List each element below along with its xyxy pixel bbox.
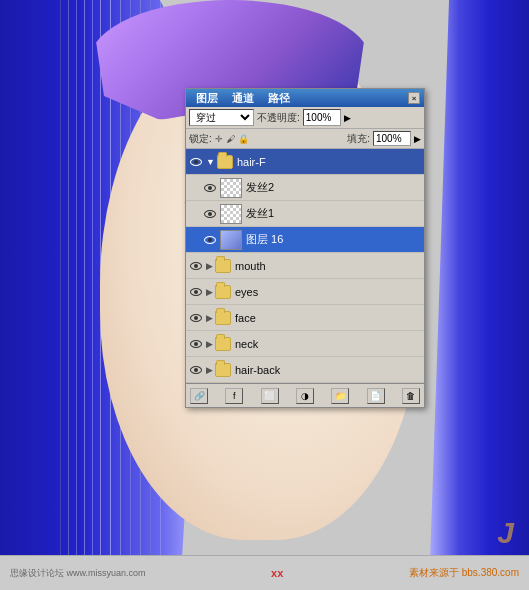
layer-mouth[interactable]: ▶ mouth — [186, 253, 424, 279]
logo-watermark: J — [497, 516, 514, 550]
blend-mode-select[interactable]: 穿过 正常 溶解 — [189, 109, 254, 126]
folder-icon-mouth — [215, 259, 231, 273]
adjustment-button[interactable]: ◑ — [296, 388, 314, 404]
tab-layers[interactable]: 图层 — [190, 91, 224, 106]
eye-icon-hair-f[interactable] — [188, 154, 204, 170]
fill-field[interactable]: 100% — [373, 131, 411, 146]
layer-face[interactable]: ▶ face — [186, 305, 424, 331]
eye-icon-hair-back[interactable] — [188, 362, 204, 378]
mask-button[interactable]: ⬜ — [261, 388, 279, 404]
lock-all-icon[interactable]: 🔒 — [238, 134, 249, 144]
layer-name-hair-f: hair-F — [237, 156, 422, 168]
layer-layer16[interactable]: 图层 16 — [186, 227, 424, 253]
opacity-arrow[interactable]: ▶ — [344, 113, 351, 123]
eye-icon-face[interactable] — [188, 310, 204, 326]
tab-channels[interactable]: 通道 — [226, 91, 260, 106]
panel-toolbar-1: 穿过 正常 溶解 不透明度: 100% ▶ — [186, 107, 424, 129]
hair-right — [429, 0, 529, 590]
fill-label: 填充: — [347, 132, 370, 146]
expand-arrow-eyes[interactable]: ▶ — [206, 287, 213, 297]
layer-name-mouth: mouth — [235, 260, 422, 272]
panel-tabs[interactable]: 图层 通道 路径 — [190, 91, 296, 106]
expand-arrow-hair-back[interactable]: ▶ — [206, 365, 213, 375]
panel-toolbar-2: 锁定: ✛ 🖌 🔒 填充: 100% ▶ — [186, 129, 424, 149]
layer-neck[interactable]: ▶ neck — [186, 331, 424, 357]
lock-paint-icon[interactable]: 🖌 — [226, 134, 235, 144]
thumb-fassi2 — [220, 178, 242, 198]
layer-name-hair-back: hair-back — [235, 364, 422, 376]
eye-icon-fassi1[interactable] — [202, 206, 218, 222]
layer-fassi2[interactable]: 发丝2 — [186, 175, 424, 201]
folder-button[interactable]: 📁 — [331, 388, 349, 404]
layer-name-eyes: eyes — [235, 286, 422, 298]
folder-icon-eyes — [215, 285, 231, 299]
layers-panel: 图层 通道 路径 × 穿过 正常 溶解 不透明度: 100% ▶ 锁定: ✛ 🖌… — [185, 88, 425, 408]
layer-name-fassi1: 发丝1 — [246, 206, 422, 221]
eye-icon-fassi2[interactable] — [202, 180, 218, 196]
watermark-right-text: 素材来源于 bbs.380.com — [409, 566, 519, 580]
layer-hair-back[interactable]: ▶ hair-back — [186, 357, 424, 383]
eye-icon-layer16[interactable] — [202, 232, 218, 248]
new-layer-button[interactable]: 📄 — [367, 388, 385, 404]
opacity-field[interactable]: 100% — [303, 109, 341, 126]
watermark-center-text: xx — [146, 567, 409, 579]
layer-name-layer16: 图层 16 — [246, 232, 422, 247]
expand-arrow-hair-f[interactable]: ▼ — [206, 157, 215, 167]
folder-icon-face — [215, 311, 231, 325]
panel-close-button[interactable]: × — [408, 92, 420, 104]
panel-titlebar: 图层 通道 路径 × — [186, 89, 424, 107]
lock-label: 锁定: — [189, 132, 212, 146]
thumb-layer16 — [220, 230, 242, 250]
watermark-bar: 思缘设计论坛 www.missyuan.com xx 素材来源于 bbs.380… — [0, 555, 529, 590]
layer-name-neck: neck — [235, 338, 422, 350]
expand-arrow-face[interactable]: ▶ — [206, 313, 213, 323]
delete-button[interactable]: 🗑 — [402, 388, 420, 404]
layer-eyes[interactable]: ▶ eyes — [186, 279, 424, 305]
watermark-left-text: 思缘设计论坛 www.missyuan.com — [10, 567, 146, 580]
lock-position-icon[interactable]: ✛ — [215, 134, 223, 144]
layer-hair-f[interactable]: ▼ hair-F — [186, 149, 424, 175]
link-button[interactable]: 🔗 — [190, 388, 208, 404]
layer-name-fassi2: 发丝2 — [246, 180, 422, 195]
opacity-label: 不透明度: — [257, 111, 300, 125]
panel-bottom-toolbar: 🔗 f ⬜ ◑ 📁 📄 🗑 — [186, 383, 424, 407]
add-style-button[interactable]: f — [225, 388, 243, 404]
tab-paths[interactable]: 路径 — [262, 91, 296, 106]
eye-icon-mouth[interactable] — [188, 258, 204, 274]
folder-icon-neck — [215, 337, 231, 351]
expand-arrow-neck[interactable]: ▶ — [206, 339, 213, 349]
eye-icon-eyes[interactable] — [188, 284, 204, 300]
layer-name-face: face — [235, 312, 422, 324]
folder-icon-hair-f — [217, 155, 233, 169]
eye-icon-neck[interactable] — [188, 336, 204, 352]
fill-arrow[interactable]: ▶ — [414, 134, 421, 144]
layer-fassi1[interactable]: 发丝1 — [186, 201, 424, 227]
thumb-fassi1 — [220, 204, 242, 224]
expand-arrow-mouth[interactable]: ▶ — [206, 261, 213, 271]
layers-list: ▼ hair-F 发丝2 发丝1 图层 16 — [186, 149, 424, 383]
folder-icon-hair-back — [215, 363, 231, 377]
